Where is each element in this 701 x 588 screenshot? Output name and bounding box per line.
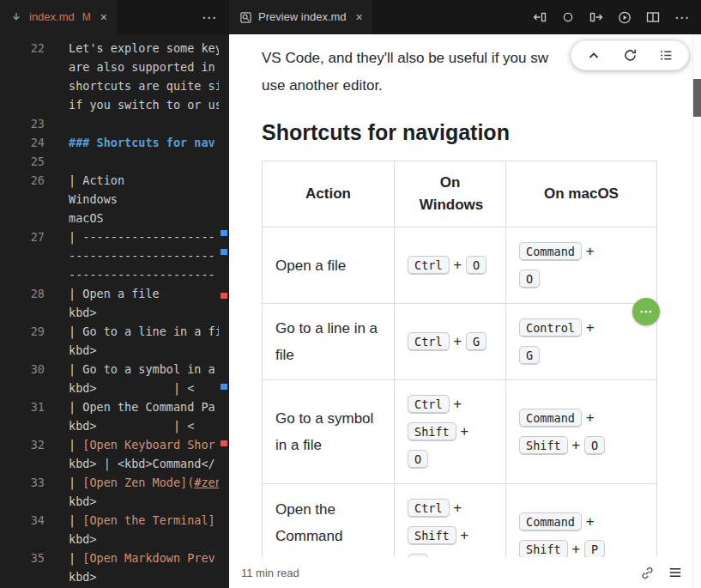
action-cell: Go to a line in a file [263,304,395,380]
refresh-icon[interactable] [622,48,638,64]
line-code: kbd> [69,341,97,360]
overview-ruler[interactable] [219,34,229,588]
line-code: shortcuts are quite si [69,76,219,95]
line-number [0,492,45,511]
line-number: 24 [0,133,45,152]
line-code: | Open the Command Pa [69,397,215,416]
editor-line: kbd> [0,341,219,360]
footer-icons [639,565,683,580]
kbd-key: Command [519,512,582,531]
editor-line: 22Let's explore some key [0,39,219,58]
more-actions-icon[interactable]: ⋯ [674,9,690,27]
tab-overflow-button[interactable]: ⋯ [202,9,217,27]
close-tab-icon[interactable]: × [356,10,363,24]
editor-line: kbd> | < [0,416,219,435]
editor-line: kbd> [0,530,219,549]
collapse-chevron-up-icon[interactable] [586,48,601,64]
record-circle-icon[interactable] [561,10,575,24]
line-number: 25 [0,152,45,171]
editor-line: Windows [0,190,219,209]
line-code: | Open a file [69,284,160,303]
kbd-key: Shift [408,422,456,441]
line-number: 26 [0,171,45,190]
editor-line: 32| [Open Keyboard Shor [0,435,219,454]
tab-preview-index-md[interactable]: Preview index.md × [229,0,372,34]
line-code: macOS [69,209,104,227]
line-number: 27 [0,227,45,246]
tab-index-md[interactable]: index.md M × [0,0,117,34]
line-code: --------------------- [69,246,215,265]
line-number: 29 [0,322,45,341]
intro-line-2: use another editor. [262,72,658,100]
split-editor-icon[interactable] [646,10,660,24]
windows-keys-cell: Ctrl + O [395,227,506,304]
editor-line: 25 [0,152,219,171]
nav-back-icon[interactable] [533,10,547,24]
editor-line: kbd> [0,303,219,322]
editor-line: kbd> | <kbd>Command</ [0,454,219,473]
action-cell: Open a file [263,227,395,304]
line-code: --------------------- [69,265,215,284]
kbd-key: O [519,270,540,288]
markdown-preview-icon [239,10,252,24]
line-number [0,76,45,95]
line-number: 34 [0,511,45,530]
line-code: | Go to a line in a fi [69,322,219,341]
line-number: 28 [0,284,45,303]
editor-line: 34| [Open the Terminal] [0,511,219,530]
line-code: | ------------------- [69,227,215,246]
editor-actions: ⋯ [533,0,701,34]
outline-list-icon[interactable] [658,48,674,64]
line-code: kbd> | < [69,416,194,435]
line-number [0,341,45,360]
run-icon[interactable] [618,10,632,24]
kbd-key: O [466,256,486,275]
line-number [0,95,45,114]
editor-line: 28| Open a file [0,284,219,303]
tab-bar: index.md M × ⋯ Preview index.md × [0,0,701,34]
editor-line: 33| [Open Zen Mode](#zen [0,473,219,492]
line-code: kbd> [69,567,97,586]
kbd-key: Control [519,318,582,337]
editor-line: 31| Open the Command Pa [0,397,219,416]
kbd-key: G [519,346,540,365]
preview-scrollbar[interactable] [692,34,701,588]
line-number: 33 [0,473,45,492]
kbd-key: Shift [519,436,568,455]
editor-line: kbd> | < [0,379,219,397]
nav-forward-icon[interactable] [589,10,603,24]
table-row: Open a fileCtrl + OCommand +O [263,227,657,304]
kbd-key: O [584,436,605,455]
kbd-key: Ctrl [408,395,450,414]
preview-content: VS Code, and they'll also be useful if y… [229,34,692,588]
line-number [0,265,45,284]
close-tab-icon[interactable]: × [100,10,107,24]
ruler-mark [221,440,227,446]
line-number: 31 [0,397,45,416]
tab-title: Preview index.md [258,0,347,34]
green-more-button[interactable]: ⋯ [632,298,660,325]
editor-pane[interactable]: 22Let's explore some keyare also support… [0,34,219,588]
editor-line: 26| Action [0,171,219,190]
windows-keys-cell: Ctrl + G [395,304,506,380]
line-code: kbd> | <kbd>Command</ [69,454,215,473]
windows-keys-cell: Ctrl +Shift +O [395,380,506,484]
hamburger-menu-icon[interactable] [668,565,683,580]
editor-line: macOS [0,209,219,227]
table-header-row: ActionOn WindowsOn macOS [263,161,657,227]
kbd-key: Command [519,242,582,261]
line-number [0,454,45,473]
kbd-key: Ctrl [408,332,450,351]
editor-line: 30| Go to a symbol in a [0,360,219,379]
scrollbar-thumb[interactable] [693,79,701,117]
column-header: On macOS [506,161,657,227]
editor-line: 29| Go to a line in a fi [0,322,219,341]
line-code: kbd> [69,530,97,549]
column-header: On Windows [395,161,506,227]
link-icon[interactable] [639,565,655,580]
ruler-mark [221,384,227,390]
line-code: kbd> | < [69,379,194,397]
line-code: kbd> [69,492,97,511]
editor-line: 35| [Open Markdown Prev [0,549,219,567]
line-number [0,303,45,322]
